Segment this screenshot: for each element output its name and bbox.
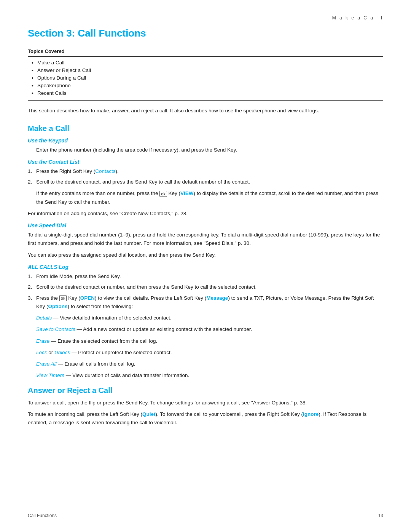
list-item: Options During a Call [32,75,383,81]
answer-reject-section: Answer or Reject a Call To answer a call… [28,386,383,427]
use-keypad-subheading: Use the Keypad [28,137,383,144]
header-title: M a k e a C a l l [332,15,383,21]
unlock-label: Unlock [54,350,70,355]
section-intro: This section describes how to make, answ… [28,107,383,115]
list-item: 3. Press the ok Key (OPEN) to view the c… [28,294,383,311]
use-speed-dial-block: Use Speed Dial To dial a single-digit sp… [28,222,383,259]
footer-left: Call Functions [28,513,57,518]
answer-reject-para2: To mute an incoming call, press the Left… [28,410,383,427]
make-a-call-section: Make a Call Use the Keypad Enter the pho… [28,124,383,380]
erase-label: Erase [36,338,49,344]
page-header: M a k e a C a l l [28,15,383,21]
list-item: 1. From Idle Mode, press the Send Key. [28,272,383,281]
list-item: Speakerphone [32,83,383,89]
contact-list-indented: If the entry contains more than one numb… [36,189,383,206]
topics-covered-block: Topics Covered Make a Call Answer or Rej… [28,48,383,101]
list-item: 2. Scroll to the desired contact, and pr… [28,178,383,186]
topics-top-divider [28,56,383,57]
contact-list-steps: 1. Press the Right Soft Key (Contacts). … [28,167,383,187]
make-a-call-heading: Make a Call [28,124,383,133]
use-speed-dial-para2: You can also press the assigned speed di… [28,251,383,259]
all-calls-log-block: ALL CALLS Log 1. From Idle Mode, press t… [28,264,383,380]
use-keypad-block: Use the Keypad Enter the phone number (i… [28,137,383,154]
all-calls-steps: 1. From Idle Mode, press the Send Key. 2… [28,272,383,311]
use-contact-list-block: Use the Contact List 1. Press the Right … [28,159,383,218]
use-contact-list-subheading: Use the Contact List [28,159,383,165]
use-keypad-text: Enter the phone number (including the ar… [36,146,383,154]
ignore-link: Ignore [303,411,319,417]
erase-all-label: Erase All [36,361,57,367]
quiet-link: Quiet [142,411,156,417]
use-speed-dial-para1: To dial a single-digit speed dial number… [28,231,383,248]
topics-covered-label: Topics Covered [28,48,383,54]
section-title: Section 3: Call Functions [28,27,383,39]
footer-right: 13 [378,513,383,518]
list-item: 1. Press the Right Soft Key (Contacts). [28,167,383,176]
list-item: Recent Calls [32,90,383,96]
ok-key: ok [159,191,167,197]
contacts-link[interactable]: Contacts [95,168,115,174]
all-calls-log-subheading: ALL CALLS Log [28,264,383,270]
all-calls-sub-items: Details — View detailed information of t… [36,314,383,380]
lock-label: Lock [36,350,47,355]
topics-list: Make a Call Answer or Reject a Call Opti… [28,60,383,96]
list-item: Make a Call [32,60,383,66]
topics-bottom-divider [28,100,383,101]
view-timers-label: View Timers [36,372,64,378]
details-label: Details [36,315,52,321]
answer-reject-heading: Answer or Reject a Call [28,386,383,395]
page-footer: Call Functions 13 [28,513,383,518]
answer-reject-para1: To answer a call, open the flip or press… [28,399,383,407]
save-to-contacts-label: Save to Contacts [36,326,75,332]
use-speed-dial-subheading: Use Speed Dial [28,222,383,228]
list-item: 2. Scroll to the desired contact or numb… [28,283,383,291]
list-item: Answer or Reject a Call [32,67,383,73]
ok-key-2: ok [59,295,67,301]
contact-list-info: For information on adding contacts, see … [28,209,383,218]
